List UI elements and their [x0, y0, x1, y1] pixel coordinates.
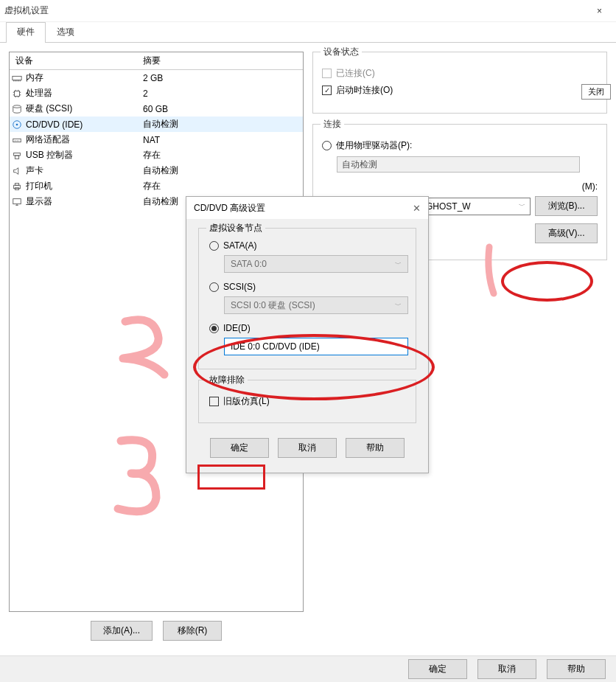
- node-group-title: 虚拟设备节点: [206, 222, 265, 234]
- physical-radio[interactable]: [322, 141, 332, 150]
- add-button[interactable]: 添加(A)...: [91, 621, 153, 641]
- tab-options[interactable]: 选项: [46, 22, 85, 43]
- cd-icon: [10, 119, 24, 130]
- device-row[interactable]: 网络适配器NAT: [10, 132, 303, 147]
- device-name: 显示器: [24, 195, 139, 208]
- usb-icon: [10, 150, 24, 161]
- device-name: 处理器: [24, 87, 139, 100]
- device-name: CD/DVD (IDE): [24, 119, 139, 130]
- sata-combo: SATA 0:0﹀: [224, 255, 408, 273]
- trouble-group: 故障排除 旧版仿真(L): [198, 380, 416, 423]
- device-summary: 存在: [139, 149, 303, 161]
- physical-row: 使用物理驱动器(P):: [322, 139, 598, 152]
- legacy-checkbox[interactable]: [209, 397, 219, 406]
- device-summary: 60 GB: [139, 104, 303, 114]
- device-name: 网络适配器: [24, 133, 139, 146]
- scsi-combo: SCSI 0:0 硬盘 (SCSI)﹀: [224, 296, 408, 314]
- svg-rect-0: [13, 76, 21, 80]
- adv-title: CD/DVD 高级设置: [194, 202, 265, 215]
- device-row[interactable]: 处理器2: [10, 86, 303, 101]
- footer-cancel-button[interactable]: 取消: [477, 659, 536, 679]
- legacy-label: 旧版仿真(L): [223, 395, 270, 408]
- device-row[interactable]: USB 控制器存在: [10, 147, 303, 163]
- memory-icon: [10, 73, 24, 83]
- device-row[interactable]: CD/DVD (IDE)自动检测: [10, 116, 303, 132]
- scsi-label: SCSI(S): [223, 282, 256, 292]
- adv-help-button[interactable]: 帮助: [346, 438, 405, 458]
- device-summary: 存在: [139, 180, 303, 192]
- svg-rect-6: [14, 153, 21, 156]
- tabs: 硬件 选项: [0, 22, 616, 43]
- svg-point-2: [13, 105, 21, 108]
- connect-power-checkbox[interactable]: ✓: [322, 86, 332, 95]
- connected-row: 已连接(C): [322, 67, 598, 80]
- left-buttons: 添加(A)... 移除(R): [9, 621, 304, 641]
- device-name: 声卡: [24, 164, 139, 177]
- trouble-group-title: 故障排除: [206, 374, 248, 386]
- header-device: 设备: [10, 55, 139, 67]
- device-name: 打印机: [24, 180, 139, 192]
- window-title: 虚拟机设置: [0, 4, 49, 17]
- svg-rect-11: [13, 198, 21, 203]
- printer-icon: [10, 181, 24, 192]
- connected-label: 已连接(C): [336, 67, 375, 80]
- cpu-icon: [10, 88, 24, 99]
- window-close-button[interactable]: ×: [583, 0, 616, 22]
- sata-label: SATA(A): [223, 240, 257, 251]
- browse-button[interactable]: 浏览(B)...: [535, 196, 598, 216]
- device-summary: 自动检测: [139, 164, 303, 177]
- header-summary: 摘要: [139, 55, 303, 67]
- ide-combo[interactable]: IDE 0:0 CD/DVD (IDE)﹀: [224, 338, 408, 355]
- iso-row: MF_GHOST_W ﹀ 浏览(B)...: [403, 196, 598, 216]
- footer-help-button[interactable]: 帮助: [547, 659, 606, 679]
- adv-titlebar: CD/DVD 高级设置 ✕: [186, 197, 428, 219]
- device-row[interactable]: 声卡自动检测: [10, 163, 303, 178]
- status-title: 设备状态: [321, 46, 362, 58]
- advanced-button[interactable]: 高级(V)...: [535, 223, 598, 243]
- remove-button[interactable]: 移除(R): [163, 621, 222, 641]
- svg-point-4: [16, 123, 18, 125]
- device-list-header: 设备 摘要: [10, 52, 303, 70]
- device-row[interactable]: 打印机存在: [10, 178, 303, 194]
- device-name: USB 控制器: [24, 149, 139, 161]
- footer-ok-button[interactable]: 确定: [408, 659, 467, 679]
- footer: 确定 取消 帮助: [0, 655, 616, 682]
- scsi-radio[interactable]: [209, 282, 219, 292]
- node-group: 虚拟设备节点 SATA(A) SATA 0:0﹀ SCSI(S) SCSI 0:…: [198, 228, 416, 369]
- device-summary: 2: [139, 88, 303, 99]
- status-group: 设备状态 已连接(C) ✓ 启动时连接(O): [312, 52, 607, 114]
- connect-title: 连接: [321, 118, 344, 131]
- adv-close-icon[interactable]: ✕: [413, 203, 421, 214]
- adv-cancel-button[interactable]: 取消: [278, 438, 337, 458]
- physical-label: 使用物理驱动器(P):: [336, 139, 412, 152]
- device-name: 硬盘 (SCSI): [24, 102, 139, 115]
- sound-icon: [10, 166, 24, 176]
- device-summary: 自动检测: [139, 118, 303, 131]
- device-row[interactable]: 内存2 GB: [10, 70, 303, 86]
- device-summary: NAT: [139, 135, 303, 145]
- device-summary: 2 GB: [139, 73, 303, 83]
- sata-radio[interactable]: [209, 241, 219, 251]
- svg-rect-1: [15, 91, 20, 96]
- advanced-dialog: CD/DVD 高级设置 ✕ 虚拟设备节点 SATA(A) SATA 0:0﹀ S…: [186, 196, 429, 473]
- connected-checkbox[interactable]: [322, 69, 332, 78]
- ide-label: IDE(D): [223, 323, 251, 333]
- adv-ok-button[interactable]: 确定: [210, 438, 269, 458]
- tab-hardware[interactable]: 硬件: [6, 22, 46, 43]
- svg-rect-7: [15, 156, 18, 159]
- titlebar: 虚拟机设置 ×: [0, 0, 616, 22]
- device-row[interactable]: 硬盘 (SCSI)60 GB: [10, 101, 303, 116]
- display-icon: [10, 197, 24, 207]
- connect-power-label: 启动时连接(O): [336, 84, 393, 97]
- connect-power-row: ✓ 启动时连接(O): [322, 84, 598, 97]
- device-name: 内存: [24, 72, 139, 84]
- physical-value: 自动检测: [337, 156, 580, 173]
- iso-label: (M):: [582, 181, 598, 192]
- ide-radio[interactable]: [209, 324, 219, 333]
- svg-rect-9: [15, 183, 18, 185]
- disk-icon: [10, 104, 24, 114]
- net-icon: [10, 135, 24, 145]
- close-balloon[interactable]: 关闭: [581, 84, 611, 100]
- adv-buttons: 确定 取消 帮助: [198, 434, 416, 467]
- chevron-down-icon: ﹀: [519, 201, 525, 211]
